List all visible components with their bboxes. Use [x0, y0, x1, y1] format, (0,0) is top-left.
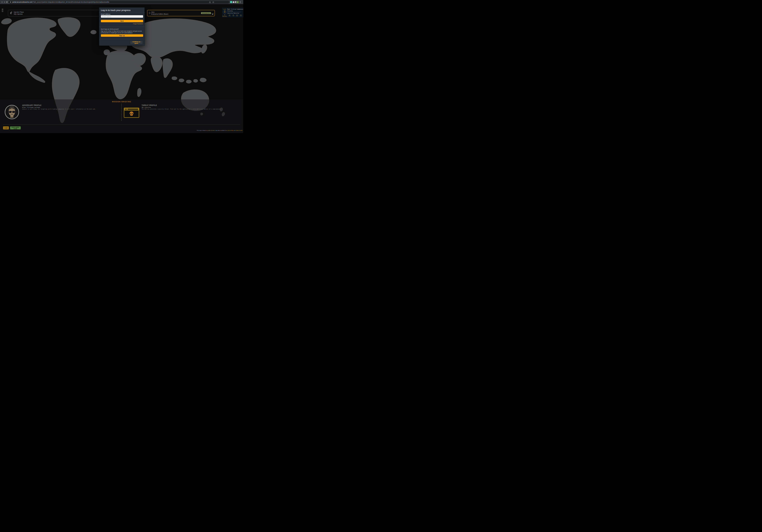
chevron-down-icon[interactable] [212, 13, 213, 15]
login-modal: Log in to track your progress Email Addr… [99, 8, 145, 46]
map-north-america [7, 18, 56, 72]
adversary-description: Subject is well-known for targeting worl… [22, 109, 96, 110]
level-label: Level [222, 9, 227, 10]
reload-icon[interactable] [6, 1, 8, 3]
map-indochina [163, 58, 173, 78]
lock-icon[interactable] [10, 1, 11, 4]
next-button[interactable]: Next [101, 20, 143, 22]
map-india [151, 56, 163, 72]
natural-earth-link[interactable]: Natural Earth [236, 130, 243, 131]
adversary-alias: Alias: Firstname Lastname [22, 107, 40, 108]
map-attribution: This map is based on public domain map d… [196, 130, 243, 131]
url-text: portal.securecodewarrior.com/?utm_source… [12, 1, 109, 3]
map-madagascar [137, 88, 141, 97]
browser-menu-kebab-icon[interactable] [239, 1, 242, 3]
back-icon[interactable] [1, 1, 3, 3]
language-edition: Enterprise Edition (Basic) [151, 13, 168, 15]
map-new-guinea [200, 78, 206, 82]
level-value: 0 [223, 10, 227, 14]
map-greenland [58, 17, 80, 37]
login-button[interactable]: Login [3, 126, 9, 129]
adversary-profile-heading: ADVERSARY PROFILE [22, 104, 41, 107]
graduation-cap-icon [228, 14, 231, 17]
points-value: 0 [222, 14, 227, 16]
most-critical-weaknesses-title: Most Critical Weaknesses [227, 9, 243, 10]
page: portal.securecodewarrior.com/?utm_source… [0, 0, 243, 133]
address-bar[interactable]: portal.securecodewarrior.com/?utm_source… [9, 1, 229, 4]
security-maturity-label: Security Maturity [227, 13, 239, 14]
email-label: Email Address [101, 13, 110, 15]
challenge-subcategory: SQL injection [14, 13, 24, 15]
points-label: Points [222, 16, 227, 17]
adversary-avatar [4, 105, 19, 120]
lightbulb-icon [232, 14, 235, 17]
threat-profile-heading: THREAT PROFILE [142, 104, 157, 107]
player-stats-panel: Level 0 0 Points Most Critical Weaknesse… [222, 8, 243, 17]
modal-section-divider [99, 27, 145, 27]
challenge-banner: Injection Flaws SQL injection [8, 10, 99, 16]
signup-text: Sign up for a free 14-day trial to track… [101, 30, 143, 34]
browser-toolbar: portal.securecodewarrior.com/?utm_source… [0, 0, 243, 4]
map-zoom-in-button[interactable]: + [2, 9, 3, 10]
continue-as-guest-button[interactable]: Continue as guest [130, 41, 142, 44]
modal-title: Log in to track your progress [101, 9, 130, 11]
map-japan [201, 45, 207, 53]
remembered-badge: REMEMBERED [201, 12, 211, 14]
map-indonesia [172, 77, 198, 84]
jvectormap-link[interactable]: jVectorMap [228, 130, 233, 131]
mission-briefing-title: MISSION BRIEFING [0, 101, 243, 103]
tools-icon [236, 14, 238, 17]
map-iceland [90, 30, 97, 34]
forgot-password-link[interactable]: Forgot Password [133, 23, 143, 25]
language-name: Java [151, 11, 168, 13]
email-input[interactable] [101, 15, 143, 18]
enter-game-mode-button[interactable]: Enter game mode [10, 126, 21, 129]
map-zoom-out-button[interactable]: − [2, 10, 3, 12]
injection-syringe-icon [10, 11, 13, 15]
accuracy-progress-bar [227, 12, 241, 12]
map-central-america [29, 71, 45, 83]
java-cup-icon [149, 12, 150, 15]
language-banner[interactable]: Java Enterprise Edition (Basic) REMEMBER… [147, 10, 215, 16]
threat-name: SQL injection [142, 107, 151, 108]
signup-button[interactable]: Sign up [101, 34, 143, 37]
compromised-browser-skull-icon [124, 108, 139, 118]
signup-heading: Don't have an SCW account? [101, 28, 119, 30]
share-icon[interactable] [209, 1, 211, 3]
accuracy-label: Accuracy [227, 10, 233, 12]
forward-icon[interactable] [3, 1, 6, 3]
map-alaska [1, 18, 12, 24]
modal-footer-divider [99, 39, 145, 39]
browser-profile-avatar[interactable]: C [236, 1, 239, 3]
bookmark-star-icon[interactable] [212, 1, 214, 3]
trophy-icon [240, 14, 242, 17]
challenge-category: Injection Flaws [14, 11, 24, 13]
threat-description: The IDS has detected a security threat. … [142, 109, 221, 110]
